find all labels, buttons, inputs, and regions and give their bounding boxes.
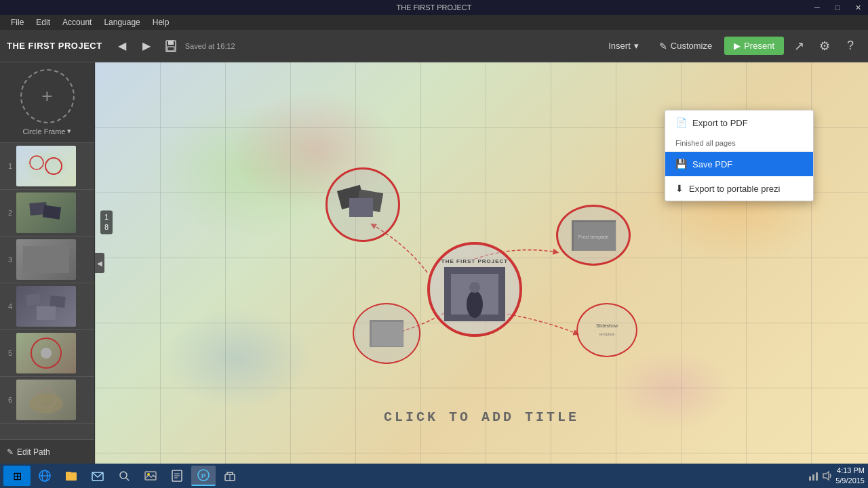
save-button[interactable] bbox=[161, 36, 181, 56]
svg-rect-26 bbox=[372, 322, 403, 346]
slide-num-5: 5 bbox=[4, 349, 12, 357]
svg-text:P: P bbox=[201, 472, 205, 479]
customize-label: Customize bbox=[671, 41, 712, 51]
slide-item-6[interactable]: 6 bbox=[0, 377, 94, 424]
customize-pencil-icon: ✎ bbox=[659, 41, 667, 52]
slide-item-2[interactable]: 2 bbox=[0, 190, 94, 237]
window-title: THE FIRST PROJECT bbox=[396, 3, 471, 12]
menu-help[interactable]: Help bbox=[147, 16, 175, 28]
svg-point-14 bbox=[29, 393, 63, 413]
svg-point-30 bbox=[469, 282, 480, 293]
toolbar: THE FIRST PROJECT ◀ ▶ Saved at 16:12 Ins… bbox=[0, 30, 868, 62]
svg-rect-10 bbox=[50, 296, 65, 308]
settings-button[interactable]: ⚙ bbox=[814, 35, 835, 57]
slide-thumb-5 bbox=[16, 333, 76, 373]
taskbar-prezi[interactable]: P bbox=[191, 466, 216, 486]
svg-point-13 bbox=[41, 348, 52, 359]
start-button[interactable]: ⊞ bbox=[3, 466, 31, 486]
undo-button[interactable]: ◀ bbox=[112, 36, 132, 56]
center-node-label: THE FIRST PROJECT bbox=[441, 258, 508, 264]
menu-file[interactable]: File bbox=[5, 16, 29, 28]
svg-rect-11 bbox=[37, 306, 56, 320]
export-pdf-item[interactable]: 📄 Export to PDF bbox=[665, 110, 813, 135]
canvas-area[interactable]: 1 8 bbox=[95, 62, 868, 464]
slide-item-5[interactable]: 5 bbox=[0, 330, 94, 377]
insert-button[interactable]: Insert ▾ bbox=[600, 37, 647, 54]
svg-rect-19 bbox=[349, 198, 373, 217]
menu-language[interactable]: Language bbox=[98, 16, 145, 28]
customize-button[interactable]: ✎ Customize bbox=[651, 37, 720, 55]
main-area: + Circle Frame ▾ 1 2 bbox=[0, 62, 868, 464]
taskbar-store[interactable] bbox=[218, 466, 242, 486]
slide-item-1[interactable]: 1 bbox=[0, 143, 94, 190]
export-pdf-icon: 📄 bbox=[675, 117, 687, 128]
close-button[interactable]: ✕ bbox=[848, 0, 868, 15]
frame-label: Circle Frame ▾ bbox=[7, 127, 87, 136]
svg-rect-35 bbox=[66, 472, 71, 474]
edit-path-button[interactable]: ✎ Edit Path bbox=[7, 447, 50, 457]
svg-line-38 bbox=[126, 478, 129, 481]
export-portable-item[interactable]: ⬇ Export to portable prezi bbox=[665, 176, 813, 201]
taskbar: ⊞ P 4:13 PM 5/9/2015 bbox=[0, 464, 868, 488]
share-button[interactable]: ↗ bbox=[788, 35, 810, 57]
add-circle-frame-button[interactable]: + bbox=[20, 69, 75, 123]
export-portable-icon: ⬇ bbox=[675, 183, 684, 194]
page-indicator-bottom: 8 bbox=[104, 222, 108, 232]
svg-rect-1 bbox=[168, 41, 174, 45]
add-frame-area: + Circle Frame ▾ bbox=[0, 62, 94, 143]
menu-edit[interactable]: Edit bbox=[31, 16, 56, 28]
taskbar-mail[interactable] bbox=[85, 466, 110, 486]
slide-thumb-2 bbox=[16, 192, 76, 233]
node-top-right[interactable]: Prezi template bbox=[556, 205, 631, 266]
taskbar-clock: 4:13 PM 5/9/2015 bbox=[835, 466, 865, 487]
menu-account[interactable]: Account bbox=[57, 16, 97, 28]
share-dropdown: 📄 Export to PDF Finished all pages 💾 Sav… bbox=[665, 110, 814, 201]
node-top-left[interactable] bbox=[326, 167, 400, 242]
svg-rect-7 bbox=[43, 205, 61, 219]
save-status: Saved at 16:12 bbox=[185, 42, 235, 50]
edit-path-label: Edit Path bbox=[17, 447, 50, 457]
finished-status: Finished all pages bbox=[665, 135, 813, 152]
taskbar-photos[interactable] bbox=[138, 466, 163, 486]
frame-label-text: Circle Frame bbox=[23, 127, 66, 136]
export-portable-label: Export to portable prezi bbox=[689, 184, 780, 194]
slide-thumb-6 bbox=[16, 380, 76, 420]
taskbar-search[interactable] bbox=[112, 466, 136, 486]
sidebar: + Circle Frame ▾ 1 2 bbox=[0, 62, 95, 464]
present-button[interactable]: ▶ Present bbox=[724, 37, 784, 55]
taskbar-notes[interactable] bbox=[165, 466, 189, 486]
save-pdf-item[interactable]: 💾 Save PDF bbox=[665, 152, 813, 176]
slide-num-1: 1 bbox=[4, 162, 12, 170]
window-controls: ─ □ ✕ bbox=[807, 0, 868, 15]
redo-button[interactable]: ▶ bbox=[136, 36, 157, 56]
click-to-add-title[interactable]: CLICK TO ADD TITLE bbox=[382, 408, 580, 426]
svg-text:template: template bbox=[599, 332, 615, 336]
sidebar-collapse-handle[interactable]: ◀ bbox=[95, 253, 104, 273]
menu-bar: File Edit Account Language Help bbox=[0, 15, 868, 30]
minimize-button[interactable]: ─ bbox=[807, 0, 827, 15]
maximize-button[interactable]: □ bbox=[827, 0, 848, 15]
export-pdf-label: Export to PDF bbox=[692, 118, 748, 128]
frame-dropdown-icon[interactable]: ▾ bbox=[67, 127, 71, 136]
slide-item-3[interactable]: 3 bbox=[0, 237, 94, 283]
slide-item-4[interactable]: 4 bbox=[0, 283, 94, 330]
help-button[interactable]: ? bbox=[840, 35, 861, 57]
node-bottom-left[interactable] bbox=[353, 303, 420, 364]
taskbar-right: 4:13 PM 5/9/2015 bbox=[808, 466, 865, 487]
taskbar-explorer[interactable] bbox=[59, 466, 83, 486]
bg-blob-pink bbox=[610, 348, 732, 430]
svg-marker-52 bbox=[823, 472, 829, 480]
app-title: THE FIRST PROJECT bbox=[7, 41, 102, 51]
slide-thumb-4 bbox=[16, 286, 76, 327]
node-bottom-right[interactable]: Slideshow template bbox=[576, 303, 637, 357]
insert-chevron-icon: ▾ bbox=[634, 41, 639, 51]
save-pdf-label: Save PDF bbox=[692, 159, 732, 169]
svg-rect-8 bbox=[23, 246, 69, 273]
taskbar-ie[interactable] bbox=[33, 466, 57, 486]
page-indicator-top: 1 bbox=[104, 212, 108, 222]
bg-blob-green bbox=[149, 103, 353, 239]
svg-text:Slideshow: Slideshow bbox=[596, 323, 618, 328]
center-node[interactable]: THE FIRST PROJECT bbox=[427, 242, 522, 337]
svg-point-37 bbox=[120, 472, 127, 479]
svg-rect-9 bbox=[26, 293, 41, 306]
